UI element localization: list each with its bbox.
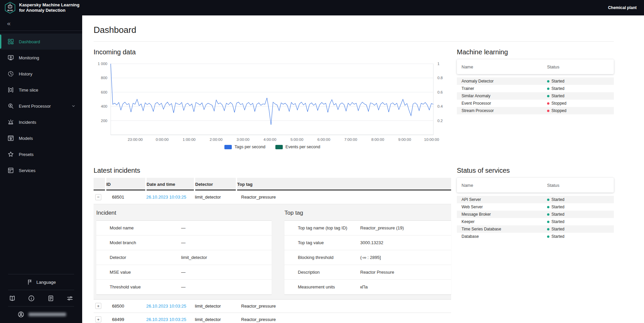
legend-item-tags-per-second[interactable]: Tags per second: [224, 145, 265, 149]
sidebar-item-incidents[interactable]: Incidents: [0, 114, 82, 130]
table-row: TrainerStarted: [457, 85, 614, 92]
app-title: Kaspersky Machine Learning for Anomaly D…: [19, 2, 79, 13]
book-icon[interactable]: [9, 295, 16, 302]
status-dot-icon: [547, 235, 549, 238]
detail-field-value: (-∞ : 2895]: [360, 255, 381, 260]
incident-date-link[interactable]: 26.10.2023 10:03:25: [146, 304, 186, 309]
detail-field: Threshold value—: [96, 280, 272, 294]
sidebar-item-label: Monitoring: [19, 55, 39, 60]
sidebar-item-presets[interactable]: Presets: [0, 146, 82, 162]
detail-field-label: MSE value: [110, 270, 181, 275]
svg-text:0.2: 0.2: [437, 119, 443, 123]
sliders-icon[interactable]: [66, 295, 73, 302]
detail-field: DescriptionReactor Pressure: [284, 265, 451, 280]
sidebar-footer-icons: [0, 290, 82, 306]
user-email-redacted: [29, 313, 66, 316]
sidebar-nav: DashboardMonitoringHistoryTime sliceEven…: [0, 31, 82, 178]
incoming-data-title: Incoming data: [94, 48, 451, 56]
sidebar-item-label: Event Processor: [19, 104, 51, 109]
table-row: Time Series DatabaseStarted: [457, 225, 614, 233]
table-row: Anomaly DetectorStarted: [457, 77, 614, 85]
monitoring-icon: [7, 54, 14, 61]
svg-text:3:00:00: 3:00:00: [236, 138, 249, 142]
incidents-icon: [7, 119, 14, 125]
mlad-logo-icon: MLAD: [4, 2, 16, 14]
status-label: Started: [551, 79, 565, 84]
sidebar-collapse-button[interactable]: «: [0, 15, 82, 31]
svg-text:7:00:00: 7:00:00: [344, 138, 357, 142]
incident-date-link[interactable]: 26.10.2023 10:03:25: [146, 195, 186, 200]
detail-field-value: limit_detector: [181, 255, 207, 260]
expand-row-button[interactable]: +: [95, 303, 101, 309]
column-header-status: Status: [547, 183, 559, 188]
incident-top-tag: Reactor_pressure: [236, 191, 451, 204]
status-badge: Started: [547, 94, 565, 98]
table-row: Web ServerStarted: [457, 203, 614, 211]
sidebar-item-time-slice[interactable]: Time slice: [0, 82, 82, 98]
service-name: Time Series Database: [462, 227, 547, 231]
status-dot-icon: [547, 213, 549, 216]
table-row: DatabaseStarted: [457, 233, 614, 240]
status-dot-icon: [547, 80, 549, 83]
table-row: Message BrokerStarted: [457, 211, 614, 218]
news-icon[interactable]: [47, 295, 54, 302]
detail-field: Model branch—: [96, 235, 272, 250]
column-header-date[interactable]: Date and time: [146, 178, 195, 191]
latest-incidents-table: ID Date and time Detector Top tag −68501…: [94, 178, 451, 323]
status-dot-icon: [547, 88, 549, 90]
detail-field: Detectorlimit_detector: [96, 250, 272, 265]
sidebar-item-label: Dashboard: [19, 39, 40, 44]
svg-text:9:00:00: 9:00:00: [398, 138, 411, 142]
incident-id: 68500: [106, 299, 146, 313]
column-header-detector[interactable]: Detector: [195, 178, 236, 191]
sidebar-item-dashboard[interactable]: Dashboard: [0, 34, 82, 50]
status-badge: Started: [547, 197, 565, 202]
service-name: Database: [462, 234, 547, 239]
status-badge: Started: [547, 205, 565, 209]
latest-incidents-title: Latest incidents: [94, 167, 451, 174]
detail-panel-card: Model name—Model branch—Detectorlimit_de…: [96, 221, 272, 294]
sidebar-item-label: Incidents: [19, 120, 36, 125]
status-badge: Started: [547, 227, 565, 231]
column-header-top-tag[interactable]: Top tag: [236, 178, 451, 191]
service-name: Message Broker: [462, 212, 547, 217]
incoming-data-chart[interactable]: 1 00018000.86000.64000.42000.223:00:000:…: [94, 59, 446, 143]
incident-row-68500: +6850026.10.2023 10:03:25limit_detectorR…: [94, 299, 451, 313]
detail-field-value: —: [181, 284, 185, 289]
detail-field: Blocking threshold(-∞ : 2895]: [284, 250, 451, 265]
svg-text:5:00:00: 5:00:00: [290, 138, 303, 142]
sidebar-item-event-processor[interactable]: Event Processor: [0, 98, 82, 114]
info-icon[interactable]: [28, 295, 35, 302]
page-title: Dashboard: [94, 25, 614, 35]
sidebar-item-monitoring[interactable]: Monitoring: [0, 50, 82, 66]
legend-label: Events per second: [285, 145, 320, 149]
environment-label[interactable]: Chemical plant: [608, 5, 644, 10]
legend-swatch: [224, 145, 232, 149]
machine-learning-rows: Anomaly DetectorStartedTrainerStartedSim…: [457, 77, 614, 114]
collapse-row-button[interactable]: −: [95, 194, 101, 200]
status-dot-icon: [547, 228, 549, 230]
user-account[interactable]: [0, 307, 82, 323]
incident-date-link[interactable]: 26.10.2023 10:03:25: [146, 317, 186, 322]
expand-row-button[interactable]: +: [95, 316, 101, 322]
table-row: Stream ProcessorStopped: [457, 107, 614, 114]
page-title-divider: [94, 41, 614, 42]
incident-detail: IncidentModel name—Model branch—Detector…: [94, 204, 451, 299]
detail-panel-card: Top tag name (top tag ID)Reactor_pressur…: [284, 221, 451, 294]
sidebar-item-services[interactable]: Services: [0, 162, 82, 178]
detail-field-label: Model branch: [110, 240, 181, 245]
language-button[interactable]: Language: [0, 274, 82, 290]
incident-detector: limit_detector: [195, 313, 236, 323]
models-icon: [7, 135, 14, 142]
svg-text:0.6: 0.6: [437, 90, 443, 94]
status-badge: Started: [547, 79, 565, 84]
services-title: Status of services: [457, 167, 614, 174]
column-header-id[interactable]: ID: [106, 178, 146, 191]
incoming-data-section: Incoming data 1 00018000.86000.64000.420…: [94, 48, 451, 167]
detail-panel-top-tag: Top tagTop tag name (top tag ID)Reactor_…: [284, 210, 451, 294]
sidebar-item-models[interactable]: Models: [0, 130, 82, 146]
detail-field: MSE value—: [96, 265, 272, 280]
legend-item-events-per-second[interactable]: Events per second: [275, 145, 320, 149]
sidebar-item-history[interactable]: History: [0, 66, 82, 82]
status-badge: Started: [547, 86, 565, 91]
